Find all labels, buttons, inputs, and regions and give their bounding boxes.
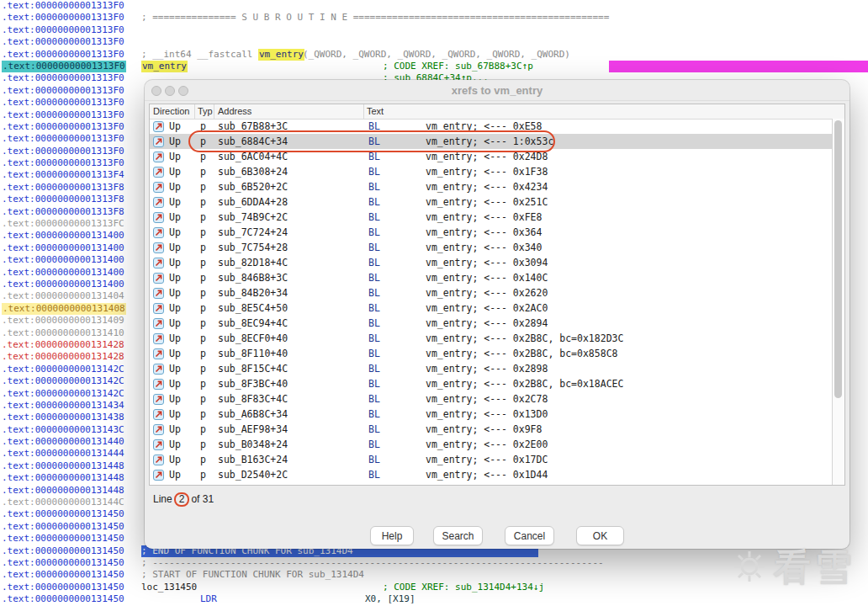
xref-row[interactable]: Uppsub_82D18+4CBLvm_entry; <--- 0x3094	[150, 255, 833, 270]
dialog-button-ok[interactable]: OK	[576, 526, 624, 545]
prototype-args-comment: (_QWORD, _QWORD, _QWORD, _QWORD, _QWORD,…	[303, 49, 570, 61]
xref-row[interactable]: Uppsub_6B308+24BLvm_entry; <--- 0x1F38	[150, 164, 833, 179]
address-label: .text:000000000013143C	[2, 424, 124, 436]
separator-comment: ; --------------------------------------…	[141, 557, 604, 569]
xref-row[interactable]: Uppsub_6DDA4+28BLvm_entry; <--- 0x251C	[150, 194, 833, 210]
xref-address: sub_8ECF0+40	[218, 331, 288, 346]
xref-row[interactable]: Uppsub_B163C+24BLvm_entry; <--- 0x17DC	[150, 452, 833, 467]
xref-row[interactable]: Uppsub_846B8+3CBLvm_entry; <--- 0x140C	[150, 270, 833, 285]
xref-text: vm_entry; <--- 0xE58	[426, 119, 542, 134]
column-header-direction[interactable]: Direction	[153, 106, 189, 116]
xref-row[interactable]: Uppsub_7C754+28BLvm_entry; <--- 0x340	[150, 240, 833, 255]
disasm-line[interactable]: .text:00000000001313F0; __int64 __fastca…	[0, 49, 868, 61]
function-name: vm_entry	[141, 61, 188, 72]
xref-up-icon	[153, 303, 164, 314]
ida-disassembly-view: .text:00000000001313F0.text:000000000013…	[0, 0, 868, 606]
xref-up-icon	[153, 273, 164, 284]
xref-direction: Up	[169, 134, 181, 149]
xref-type: p	[200, 407, 206, 422]
xref-up-icon	[153, 258, 164, 268]
disasm-line[interactable]: .text:0000000000131450; ----------------…	[0, 557, 868, 569]
xref-address: sub_6DDA4+28	[218, 194, 288, 210]
xref-row[interactable]: Uppsub_6884C+34BLvm_entry; <--- 1:0x53c	[150, 134, 833, 149]
xref-type: p	[200, 255, 206, 270]
disasm-line[interactable]: .text:00000000001313F0; =============== …	[0, 12, 868, 24]
xref-row[interactable]: Uppsub_67B88+3CBLvm_entry; <--- 0xE58	[150, 119, 833, 134]
xref-row[interactable]: Uppsub_8E5C4+50BLvm_entry; <--- 0x2AC0	[150, 300, 833, 316]
xref-text: vm_entry; <--- 0x2B8C, bc=0x182D3C	[426, 331, 623, 346]
xref-row[interactable]: Uppsub_D2540+2CBLvm_entry; <--- 0x1D44	[150, 467, 833, 482]
xref-up-icon	[153, 470, 164, 481]
xref-row[interactable]: Uppsub_7C724+24BLvm_entry; <--- 0x364	[150, 225, 833, 240]
xref-type: p	[200, 210, 206, 225]
xref-instruction: BL	[368, 452, 380, 467]
address-label: .text:0000000000131409	[2, 315, 124, 327]
xref-direction: Up	[169, 316, 181, 331]
disasm-line[interactable]: .text:00000000001313F0	[0, 36, 868, 48]
xref-up-icon	[153, 454, 164, 465]
xref-row[interactable]: Uppsub_8EC94+4CBLvm_entry; <--- 0x2894	[150, 316, 833, 331]
xref-direction: Up	[169, 422, 181, 437]
xref-row[interactable]: Uppsub_8ECF0+40BLvm_entry; <--- 0x2B8C, …	[150, 331, 833, 346]
xref-type: p	[200, 134, 206, 149]
dialog-button-cancel[interactable]: Cancel	[505, 526, 554, 545]
xref-row[interactable]: Uppsub_6B520+2CBLvm_entry; <--- 0x4234	[150, 179, 833, 194]
xref-direction: Up	[169, 437, 181, 452]
column-header-typ[interactable]: Typ	[198, 106, 213, 116]
xref-row[interactable]: Uppsub_AEF98+34BLvm_entry; <--- 0x9F8	[150, 422, 833, 437]
magenta-highlight-band	[609, 61, 868, 72]
xref-row[interactable]: Uppsub_B0348+24BLvm_entry; <--- 0x2E00	[150, 437, 833, 452]
scrollbar-thumb[interactable]	[834, 120, 842, 398]
xref-row[interactable]: Uppsub_8F15C+4CBLvm_entry; <--- 0x2898	[150, 361, 833, 376]
instruction-mnemonic: LDR	[200, 593, 217, 605]
xref-address: sub_B163C+24	[218, 452, 288, 467]
xref-address: sub_82D18+4C	[218, 255, 288, 270]
xref-up-icon	[153, 197, 164, 208]
disasm-line[interactable]: .text:0000000000131450loc_131450; CODE X…	[0, 582, 868, 593]
column-header-text[interactable]: Text	[367, 106, 384, 116]
xref-row[interactable]: Uppsub_6AC04+4CBLvm_entry; <--- 0x24D8	[150, 149, 833, 164]
disasm-line[interactable]: .text:00000000001313F0	[0, 24, 868, 36]
xref-text: vm_entry; <--- 0x2E00	[426, 437, 548, 452]
location-label: loc_131450	[141, 582, 197, 593]
xref-text: vm_entry; <--- 0x1F38	[426, 164, 548, 179]
column-header-address[interactable]: Address	[218, 106, 251, 116]
xref-row[interactable]: Uppsub_74B9C+2CBLvm_entry; <--- 0xFE8	[150, 210, 833, 225]
vertical-scrollbar[interactable]	[832, 119, 844, 485]
address-label: .text:0000000000131450	[2, 545, 124, 557]
xref-row[interactable]: Uppsub_8F3BC+40BLvm_entry; <--- 0x2B8C, …	[150, 376, 833, 391]
xref-row[interactable]: Uppsub_8F83C+4CBLvm_entry; <--- 0x2C78	[150, 391, 833, 407]
annotation-circle: 2	[174, 492, 190, 507]
xrefs-table-body: Uppsub_67B88+3CBLvm_entry; <--- 0xE58Upp…	[150, 119, 833, 485]
disasm-line[interactable]: .text:0000000000131450LDRX0, [X19]	[0, 593, 868, 605]
address-label: .text:0000000000131404	[2, 290, 124, 302]
xref-address: sub_8EC94+4C	[218, 316, 288, 331]
disasm-line[interactable]: .text:00000000001313F0	[0, 0, 868, 12]
disasm-line[interactable]: .text:0000000000131450; START OF FUNCTIO…	[0, 569, 868, 581]
xref-row[interactable]: Uppsub_A6B8C+34BLvm_entry; <--- 0x13D0	[150, 407, 833, 422]
xref-address: sub_8F15C+4C	[218, 361, 288, 376]
xref-up-icon	[153, 348, 164, 359]
dialog-button-search[interactable]: Search	[433, 526, 483, 545]
xref-direction: Up	[169, 376, 181, 391]
xref-row[interactable]: Uppsub_8F110+40BLvm_entry; <--- 0x2B8C, …	[150, 346, 833, 361]
xref-instruction: BL	[368, 225, 380, 240]
column-separator	[194, 104, 195, 119]
xref-direction: Up	[169, 225, 181, 240]
xref-row[interactable]: Uppsub_84B20+34BLvm_entry; <--- 0x2620	[150, 285, 833, 300]
dialog-titlebar[interactable]: xrefs to vm_entry	[145, 80, 849, 101]
xref-type: p	[200, 316, 206, 331]
address-label: .text:00000000001313F0	[2, 157, 124, 169]
xref-text: vm_entry; <--- 0x3094	[426, 255, 548, 270]
dialog-button-help[interactable]: Help	[370, 526, 414, 545]
xref-direction: Up	[169, 149, 181, 164]
xref-up-icon	[153, 394, 164, 405]
xref-up-icon	[153, 212, 164, 223]
address-label: .text:0000000000131450	[2, 569, 124, 581]
xref-address: sub_846B8+3C	[218, 270, 288, 285]
disasm-line[interactable]: .text:00000000001313F0vm_entry; CODE XRE…	[0, 61, 868, 72]
address-label: .text:00000000001313F8	[2, 194, 124, 205]
address-label: .text:0000000000131400	[2, 242, 124, 254]
address-label: .text:00000000001313F0	[2, 36, 124, 48]
xref-text: vm_entry; <--- 0x1D44	[426, 467, 548, 482]
